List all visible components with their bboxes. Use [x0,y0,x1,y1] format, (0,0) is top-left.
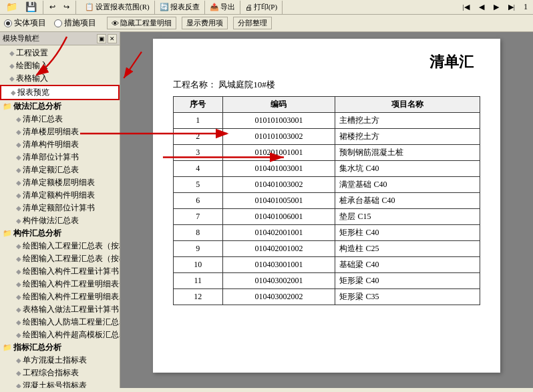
sidebar-item-15[interactable]: ◆ 绘图输入工程量汇总表（按构件） [0,240,120,252]
sidebar-item-22[interactable]: ◆ 绘图输入构件超高模板汇总表 [0,329,120,341]
project-label: 工程名称： [173,79,216,89]
table-row: 5010401003002满堂基础 C40 [174,177,480,193]
toolbar-icon-1[interactable]: 📁 [3,0,21,14]
cell-name-9: 基础梁 C40 [335,257,480,273]
page-last[interactable]: ▶| [505,1,518,13]
col-header-code: 编码 [222,97,335,113]
radio-solid[interactable]: 实体项目 [4,17,46,29]
cell-no-10: 11 [174,273,223,289]
sidebar-item-26[interactable]: ◆ 混凝土标号指标表 [0,379,120,388]
cell-code-7: 010402001001 [222,225,335,241]
cell-code-1: 010101003002 [222,129,335,145]
sidebar-item-10[interactable]: ◆ 清单定额楼层明细表 [0,176,120,189]
sidebar-item-13[interactable]: ◆ 构件做法汇总表 [0,214,120,227]
sidebar-item-label-23: 指标汇总分析 [13,342,61,353]
sidebar-item-2[interactable]: ◆ 表格输入 [0,72,120,85]
radio-solid-circle [4,19,12,27]
sep6 [282,1,283,14]
report-icon-8: ◆ [16,154,21,161]
sidebar-item-25[interactable]: ◆ 工程综合指标表 [0,367,120,379]
btn-hide-qty[interactable]: 👁 隐藏工程量明细 [107,17,176,29]
sidebar-item-3[interactable]: ◆ 报表预览 [0,85,120,100]
report-icon-12: ◆ [16,204,21,212]
cell-name-8: 构造柱 C25 [335,241,480,257]
setrange-icon: 📋 [85,3,94,11]
cell-name-2: 预制钢筋混凝土桩 [335,145,480,161]
sidebar-item-18[interactable]: ◆ 绘图输入构件工程量明细表一 [0,278,120,290]
sidebar-item-label-2: 表格输入 [16,73,48,84]
cell-no-3: 4 [174,161,223,177]
sidebar-item-label-7: 清单构件明细表 [23,139,79,150]
radio-measure[interactable]: 措施项目 [54,17,96,29]
sidebar-close-btn[interactable]: ✕ [108,34,117,43]
cell-code-9: 010403001001 [222,257,335,273]
sidebar-item-7[interactable]: ◆ 清单构件明细表 [0,138,120,151]
sidebar-item-24[interactable]: ◆ 单方混凝土指标表 [0,354,120,367]
sidebar-item-17[interactable]: ◆ 绘图输入构件工程量计算书 [0,265,120,278]
menu-bar: 📁 💾 ↩ ↪ 📋 设置报表范围(R) 🔄 报表反查 📤 导出 🖨 打印(P) [0,0,533,15]
sidebar-item-20[interactable]: ◆ 表格输入做法工程量计算书 [0,303,120,316]
cell-no-9: 10 [174,257,223,273]
cell-code-5: 010401005001 [222,193,335,209]
toolbar-print[interactable]: 🖨 打印(P) [242,1,281,13]
sidebar-item-19[interactable]: ◆ 绘图输入构件工程量明细表二 [0,290,120,303]
table-header-row: 序号 编码 项目名称 [174,97,480,113]
sidebar-item-label-9: 清单定额汇总表 [23,164,79,176]
sidebar-item-11[interactable]: ◆ 清单定额构件明细表 [0,189,120,202]
sidebar-item-9[interactable]: ◆ 清单定额汇总表 [0,164,120,176]
toolbar-icon-2[interactable]: 💾 [22,0,40,14]
cell-no-11: 12 [174,289,223,305]
toolbar-setrange[interactable]: 📋 设置报表范围(R) [81,1,153,13]
sep5 [240,1,240,14]
sidebar-item-label-6: 清单楼层明细表 [23,126,79,138]
sidebar-item-5[interactable]: ◆ 清单汇总表 [0,113,120,126]
report-icon-2: ◆ [9,75,15,82]
cell-code-11: 010403002002 [222,289,335,305]
sidebar-item-8[interactable]: ◆ 清单部位计算书 [0,151,120,164]
table-row: 6010401005001桩承台基础 C40 [174,193,480,209]
content-area: 清单汇 工程名称： 凤城庭院10#楼 序号 编码 项目名称 1010101003… [120,32,533,388]
sidebar-item-label-22: 绘图输入构件超高模板汇总表 [23,329,120,341]
document: 清单汇 工程名称： 凤城庭院10#楼 序号 编码 项目名称 1010101003… [153,39,500,373]
cell-no-0: 1 [174,113,223,129]
toolbar-undo[interactable]: ↩ [46,1,59,13]
sidebar-item-0[interactable]: ◆ 工程设置 [0,47,120,59]
btn-show-cost[interactable]: 显示费用项 [182,17,228,29]
project-name: 凤城庭院10#楼 [218,79,275,89]
page-first[interactable]: |◀ [460,1,473,13]
svg-line-1 [124,52,142,78]
cell-name-3: 集水坑 C40 [335,161,480,177]
sidebar-item-21[interactable]: ◆ 绘图输入人防墙工程量汇总表 [0,316,120,329]
sidebar-item-label-5: 清单汇总表 [23,114,63,125]
toolbar-export[interactable]: 📤 导出 [206,1,238,13]
cell-code-3: 010401003001 [222,161,335,177]
sidebar-item-label-25: 工程综合指标表 [23,367,79,379]
sep4 [204,1,205,14]
folder-icon: 📁 [3,102,12,111]
cell-code-4: 010401003002 [222,177,335,193]
cell-code-8: 010402001002 [222,241,335,257]
cell-no-7: 8 [174,225,223,241]
cell-no-2: 3 [174,145,223,161]
sidebar-item-12[interactable]: ◆ 清单定额部位计算书 [0,202,120,214]
sep3 [154,1,155,14]
toolbar-inverse[interactable]: 🔄 报表反查 [156,1,203,13]
radio-measure-circle [54,19,62,27]
page-next[interactable]: ▶ [490,1,502,13]
table-row: 7010401006001垫层 C15 [174,209,480,225]
sidebar: 模块导航栏 ▣ ✕ ◆ 工程设置◆ 绘图输入◆ 表格输入◆ 报表预览📁做法汇总分… [0,32,120,388]
report-icon-19: ◆ [16,293,21,301]
page-prev[interactable]: ◀ [476,1,488,13]
sidebar-item-label-19: 绘图输入构件工程量明细表二 [23,291,120,303]
sidebar-item-16[interactable]: ◆ 绘图输入工程量汇总表（按楼层） [0,252,120,265]
cell-code-6: 010401006001 [222,209,335,225]
sidebar-item-6[interactable]: ◆ 清单楼层明细表 [0,126,120,138]
toolbar-redo[interactable]: ↪ [60,1,73,13]
sidebar-float-btn[interactable]: ▣ [97,34,106,43]
sidebar-item-label-13: 构件做法汇总表 [23,215,79,226]
sidebar-item-1[interactable]: ◆ 绘图输入 [0,59,120,72]
report-icon-3: ◆ [11,89,16,96]
doc-project-name: 工程名称： 凤城庭院10#楼 [173,79,480,91]
btn-sort-parts[interactable]: 分部整理 [233,17,272,29]
main-window: 📁 💾 ↩ ↪ 📋 设置报表范围(R) 🔄 报表反查 📤 导出 🖨 打印(P) [0,0,533,392]
